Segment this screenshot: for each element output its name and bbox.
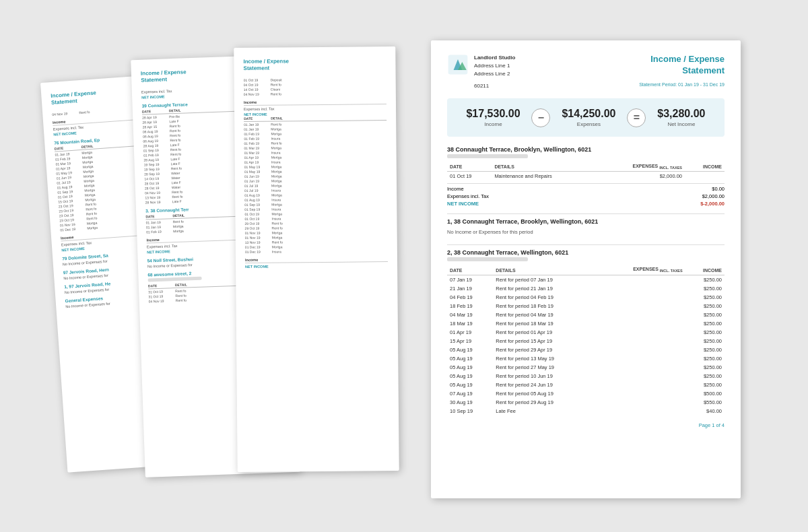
- table-row: 04 Feb 19 Rent for period 04 Feb 19 $250…: [447, 293, 725, 302]
- cell-details: Rent for period 27 May 19: [493, 363, 596, 372]
- property-2-section: 1, 38 Connaught Terrace, Brooklyn, Welli…: [447, 218, 725, 238]
- cell-income: $250.00: [685, 372, 725, 380]
- col-income: INCOME: [685, 162, 725, 172]
- cell-income: $500.00: [685, 389, 725, 398]
- property-2-no-income: No Income or Expenses for this period: [447, 226, 725, 238]
- main-header: Landlord Studio Address Line 1 Address L…: [447, 54, 725, 90]
- cell-expenses: [597, 293, 685, 302]
- divider-2: [447, 244, 725, 245]
- col-income-3: INCOME: [685, 265, 725, 275]
- cell-details: Rent for period 24 Jun 19: [493, 380, 596, 389]
- cell-income: [685, 172, 725, 181]
- cell-expenses: $2,000.00: [595, 172, 685, 181]
- cell-income: $550.00: [685, 398, 725, 407]
- cell-details: Rent for period 07 Jan 19: [493, 275, 596, 284]
- col-date-3: DATE: [447, 265, 493, 275]
- cell-date: 15 Apr 19: [447, 337, 493, 345]
- property-3-section: 2, 38 Connaught Terrace, Wellington, 602…: [447, 249, 725, 415]
- document-scene: Income / ExpenseStatement 04 Nov 19Rent …: [34, 24, 774, 508]
- income-label: Income: [466, 121, 520, 127]
- company-address2: Address Line 2: [474, 70, 515, 78]
- cell-income: $250.00: [685, 302, 725, 310]
- table-row: 04 Mar 19 Rent for period 04 Mar 19 $250…: [447, 310, 725, 319]
- cell-date: 04 Mar 19: [447, 310, 493, 319]
- cell-expenses: [597, 372, 685, 380]
- cell-income: $250.00: [685, 354, 725, 363]
- summary-expenses: $14,250.00 Expenses: [562, 108, 615, 127]
- property-1-title: 38 Connaught Terrace, Brooklyn, Wellingt…: [447, 146, 725, 153]
- table-row: 07 Jan 19 Rent for period 07 Jan 19 $250…: [447, 275, 725, 284]
- cell-expenses: [597, 337, 685, 345]
- cell-income: $40.00: [685, 407, 725, 415]
- equals-operator: =: [627, 108, 646, 127]
- table-row: 01 Oct 19 Maintenance and Repairs $2,000…: [447, 172, 725, 181]
- minus-operator: −: [531, 108, 550, 127]
- cell-income: $250.00: [685, 310, 725, 319]
- property-3-table: DATE DETAILS EXPENSES INCL. TAXES INCOME…: [447, 265, 725, 415]
- property-1-net-row: NET INCOME $-2,000.00: [447, 199, 725, 207]
- table-row: 05 Aug 19 Rent for period 29 Apr 19 $250…: [447, 345, 725, 354]
- cell-date: 01 Apr 19: [447, 328, 493, 337]
- cell-details: Rent for period 05 Aug 19: [493, 389, 596, 398]
- cell-income: $250.00: [685, 328, 725, 337]
- table-row: 10 Sep 19 Late Fee $40.00: [447, 407, 725, 415]
- cell-income: $250.00: [685, 275, 725, 284]
- cell-date: 05 Aug 19: [447, 363, 493, 372]
- cell-income: $250.00: [685, 284, 725, 293]
- col-expenses: EXPENSES INCL. TAXES: [595, 162, 685, 172]
- page-number: Page 1 of 4: [447, 422, 725, 428]
- cell-date: 01 Oct 19: [447, 172, 492, 181]
- cell-details: Rent for period 29 Aug 19: [493, 398, 596, 407]
- cell-income: $250.00: [685, 337, 725, 345]
- cell-date: 05 Aug 19: [447, 372, 493, 380]
- cell-expenses: [597, 319, 685, 328]
- cell-income: $250.00: [685, 380, 725, 389]
- table-row: 05 Aug 19 Rent for period 27 May 19 $250…: [447, 363, 725, 372]
- income-amount: $17,530.00: [466, 108, 520, 120]
- cell-expenses: [597, 284, 685, 293]
- cell-expenses: [597, 310, 685, 319]
- cell-date: 30 Aug 19: [447, 398, 493, 407]
- cell-date: 21 Jan 19: [447, 284, 493, 293]
- page3-net-income-2: NET INCOME: [245, 263, 388, 269]
- cell-income: $250.00: [685, 363, 725, 372]
- property-1-table: DATE DETAILS EXPENSES INCL. TAXES INCOME…: [447, 162, 725, 180]
- property-1-email: [447, 154, 528, 158]
- cell-details: Rent for period 18 Feb 19: [493, 302, 596, 310]
- table-row: 18 Feb 19 Rent for period 18 Feb 19 $250…: [447, 302, 725, 310]
- property-2-title: 1, 38 Connaught Terrace, Brooklyn, Welli…: [447, 218, 725, 225]
- col-details-3: DETAILS: [493, 265, 596, 275]
- table-row: 05 Aug 19 Rent for period 10 Jun 19 $250…: [447, 372, 725, 380]
- property-1-income-row: Income $0.00: [447, 183, 725, 192]
- col-details: DETAILS: [492, 162, 595, 172]
- cell-details: Rent for period 13 May 19: [493, 354, 596, 363]
- cell-expenses: [597, 354, 685, 363]
- cell-date: 05 Aug 19: [447, 345, 493, 354]
- page-4-main: Landlord Studio Address Line 1 Address L…: [431, 40, 741, 498]
- cell-details: Late Fee: [493, 407, 596, 415]
- cell-date: 10 Sep 19: [447, 407, 493, 415]
- company-postcode: 60211: [474, 82, 515, 90]
- cell-expenses: [597, 389, 685, 398]
- table-row: 21 Jan 19 Rent for period 21 Jan 19 $250…: [447, 284, 725, 293]
- page3-title: Income / ExpenseStatement: [243, 57, 386, 73]
- net-label: Net Income: [657, 121, 705, 127]
- statement-period: Statement Period: 01 Jan 19 - 31 Dec 19: [639, 82, 725, 87]
- expenses-label: Expenses: [562, 121, 615, 127]
- summary-net: $3,280.00 Net Income: [657, 108, 705, 127]
- property-1-expenses-row: Expenses incl. Tax $2,000.00: [447, 192, 725, 199]
- cell-details: Rent for period 04 Mar 19: [493, 310, 596, 319]
- table-row: 05 Aug 19 Rent for period 24 Jun 19 $250…: [447, 380, 725, 389]
- company-name: Landlord Studio: [474, 54, 515, 62]
- cell-details: Rent for period 04 Feb 19: [493, 293, 596, 302]
- cell-details: Rent for period 21 Jan 19: [493, 284, 596, 293]
- cell-expenses: [597, 302, 685, 310]
- cell-expenses: [597, 363, 685, 372]
- company-address1: Address Line 1: [474, 62, 515, 70]
- cell-expenses: [597, 380, 685, 389]
- col-expenses-3: EXPENSES INCL. TAXES: [597, 265, 685, 275]
- cell-details: Rent for period 29 Apr 19: [493, 345, 596, 354]
- page-3: Income / ExpenseStatement 01 Oct 19Depos…: [234, 46, 399, 472]
- cell-date: 18 Mar 19: [447, 319, 493, 328]
- table-row: 05 Aug 19 Rent for period 13 May 19 $250…: [447, 354, 725, 363]
